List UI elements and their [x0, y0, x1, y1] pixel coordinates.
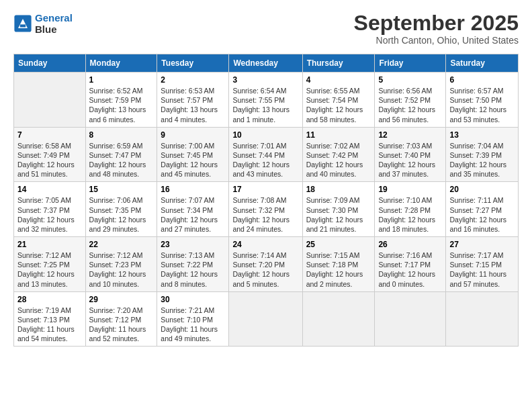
calendar-table: Sunday Monday Tuesday Wednesday Thursday… [13, 54, 519, 347]
day-number: 4 [306, 75, 371, 85]
logo-text: General Blue [35, 12, 73, 35]
calendar-cell: 11Sunrise: 7:02 AMSunset: 7:42 PMDayligh… [302, 127, 375, 182]
calendar-cell: 29Sunrise: 7:20 AMSunset: 7:12 PMDayligh… [85, 291, 157, 347]
logo-icon [13, 14, 32, 33]
day-info: Sunrise: 6:57 AMSunset: 7:50 PMDaylight:… [449, 86, 515, 124]
calendar-week-4: 28Sunrise: 7:19 AMSunset: 7:13 PMDayligh… [14, 291, 519, 347]
day-number: 5 [378, 75, 442, 85]
logo: General Blue [13, 12, 73, 35]
day-info: Sunrise: 7:05 AMSunset: 7:37 PMDaylight:… [17, 195, 82, 234]
calendar-body: 1Sunrise: 6:52 AMSunset: 7:59 PMDaylight… [14, 73, 519, 347]
header-sunday: Sunday [14, 54, 86, 73]
day-number: 18 [306, 185, 371, 194]
day-number: 24 [232, 240, 298, 249]
calendar-week-0: 1Sunrise: 6:52 AMSunset: 7:59 PMDaylight… [14, 73, 519, 128]
calendar-cell [375, 291, 446, 347]
day-info: Sunrise: 7:11 AMSunset: 7:27 PMDaylight:… [449, 195, 515, 234]
header: General Blue September 2025 North Canton… [13, 12, 519, 46]
day-number: 19 [378, 185, 442, 194]
calendar-cell: 5Sunrise: 6:56 AMSunset: 7:52 PMDaylight… [375, 73, 446, 128]
calendar-cell: 10Sunrise: 7:01 AMSunset: 7:44 PMDayligh… [229, 127, 302, 182]
calendar-cell: 1Sunrise: 6:52 AMSunset: 7:59 PMDaylight… [85, 73, 157, 128]
header-thursday: Thursday [302, 54, 375, 73]
calendar-cell: 26Sunrise: 7:16 AMSunset: 7:17 PMDayligh… [375, 237, 446, 292]
svg-rect-2 [20, 24, 26, 27]
calendar-cell [302, 291, 375, 347]
calendar-cell: 8Sunrise: 6:59 AMSunset: 7:47 PMDaylight… [85, 127, 157, 182]
day-info: Sunrise: 7:14 AMSunset: 7:20 PMDaylight:… [232, 250, 298, 289]
day-info: Sunrise: 7:08 AMSunset: 7:32 PMDaylight:… [232, 195, 298, 234]
day-number: 16 [161, 185, 225, 194]
day-number: 1 [89, 75, 154, 85]
day-info: Sunrise: 7:02 AMSunset: 7:42 PMDaylight:… [306, 141, 371, 179]
day-number: 30 [161, 295, 225, 304]
day-info: Sunrise: 7:17 AMSunset: 7:15 PMDaylight:… [449, 250, 515, 289]
calendar-cell: 24Sunrise: 7:14 AMSunset: 7:20 PMDayligh… [229, 237, 302, 292]
day-info: Sunrise: 7:13 AMSunset: 7:22 PMDaylight:… [161, 250, 225, 289]
header-saturday: Saturday [446, 54, 519, 73]
day-number: 8 [89, 130, 154, 140]
day-info: Sunrise: 7:16 AMSunset: 7:17 PMDaylight:… [378, 250, 442, 289]
calendar-cell: 17Sunrise: 7:08 AMSunset: 7:32 PMDayligh… [229, 182, 302, 237]
calendar-week-3: 21Sunrise: 7:12 AMSunset: 7:25 PMDayligh… [14, 237, 519, 292]
day-number: 29 [89, 295, 154, 304]
calendar-cell: 23Sunrise: 7:13 AMSunset: 7:22 PMDayligh… [157, 237, 229, 292]
calendar-cell: 18Sunrise: 7:09 AMSunset: 7:30 PMDayligh… [302, 182, 375, 237]
calendar-cell: 22Sunrise: 7:12 AMSunset: 7:23 PMDayligh… [85, 237, 157, 292]
header-friday: Friday [375, 54, 446, 73]
calendar-cell: 28Sunrise: 7:19 AMSunset: 7:13 PMDayligh… [14, 291, 86, 347]
calendar-week-1: 7Sunrise: 6:58 AMSunset: 7:49 PMDaylight… [14, 127, 519, 182]
day-info: Sunrise: 7:09 AMSunset: 7:30 PMDaylight:… [306, 195, 371, 234]
title-area: September 2025 North Canton, Ohio, Unite… [354, 12, 519, 46]
day-number: 22 [89, 240, 154, 249]
calendar-cell: 15Sunrise: 7:06 AMSunset: 7:35 PMDayligh… [85, 182, 157, 237]
day-number: 28 [17, 295, 82, 304]
day-number: 7 [17, 130, 82, 140]
day-number: 2 [161, 75, 225, 85]
day-number: 3 [232, 75, 298, 85]
calendar-cell: 25Sunrise: 7:15 AMSunset: 7:18 PMDayligh… [302, 237, 375, 292]
day-info: Sunrise: 7:19 AMSunset: 7:13 PMDaylight:… [17, 306, 82, 344]
day-number: 15 [89, 185, 154, 194]
day-number: 9 [161, 130, 225, 140]
day-info: Sunrise: 6:53 AMSunset: 7:57 PMDaylight:… [161, 86, 225, 124]
calendar-cell: 30Sunrise: 7:21 AMSunset: 7:10 PMDayligh… [157, 291, 229, 347]
calendar-cell: 19Sunrise: 7:10 AMSunset: 7:28 PMDayligh… [375, 182, 446, 237]
day-number: 10 [232, 130, 298, 140]
calendar-cell: 9Sunrise: 7:00 AMSunset: 7:45 PMDaylight… [157, 127, 229, 182]
day-info: Sunrise: 6:54 AMSunset: 7:55 PMDaylight:… [232, 86, 298, 124]
day-info: Sunrise: 6:59 AMSunset: 7:47 PMDaylight:… [89, 141, 154, 179]
day-info: Sunrise: 7:04 AMSunset: 7:39 PMDaylight:… [449, 141, 515, 179]
calendar-cell: 14Sunrise: 7:05 AMSunset: 7:37 PMDayligh… [14, 182, 86, 237]
calendar-cell [14, 73, 86, 128]
month-title: September 2025 [354, 12, 519, 34]
day-number: 11 [306, 130, 371, 140]
day-number: 17 [232, 185, 298, 194]
calendar-cell: 27Sunrise: 7:17 AMSunset: 7:15 PMDayligh… [446, 237, 519, 292]
calendar-cell: 6Sunrise: 6:57 AMSunset: 7:50 PMDaylight… [446, 73, 519, 128]
calendar-cell: 13Sunrise: 7:04 AMSunset: 7:39 PMDayligh… [446, 127, 519, 182]
calendar-week-2: 14Sunrise: 7:05 AMSunset: 7:37 PMDayligh… [14, 182, 519, 237]
logo-general: General [35, 12, 73, 24]
calendar-cell: 12Sunrise: 7:03 AMSunset: 7:40 PMDayligh… [375, 127, 446, 182]
day-number: 26 [378, 240, 442, 249]
day-number: 14 [17, 185, 82, 194]
calendar-cell: 21Sunrise: 7:12 AMSunset: 7:25 PMDayligh… [14, 237, 86, 292]
day-info: Sunrise: 7:15 AMSunset: 7:18 PMDaylight:… [306, 250, 371, 289]
calendar-cell: 4Sunrise: 6:55 AMSunset: 7:54 PMDaylight… [302, 73, 375, 128]
calendar-cell: 7Sunrise: 6:58 AMSunset: 7:49 PMDaylight… [14, 127, 86, 182]
logo-blue: Blue [35, 24, 57, 35]
calendar-cell [446, 291, 519, 347]
day-info: Sunrise: 6:56 AMSunset: 7:52 PMDaylight:… [378, 86, 442, 124]
day-number: 20 [449, 185, 515, 194]
day-number: 23 [161, 240, 225, 249]
day-number: 6 [449, 75, 515, 85]
day-info: Sunrise: 7:10 AMSunset: 7:28 PMDaylight:… [378, 195, 442, 234]
location: North Canton, Ohio, United States [354, 35, 519, 46]
day-info: Sunrise: 7:12 AMSunset: 7:25 PMDaylight:… [17, 250, 82, 289]
calendar-cell: 20Sunrise: 7:11 AMSunset: 7:27 PMDayligh… [446, 182, 519, 237]
day-info: Sunrise: 7:20 AMSunset: 7:12 PMDaylight:… [89, 306, 154, 344]
day-info: Sunrise: 7:06 AMSunset: 7:35 PMDaylight:… [89, 195, 154, 234]
calendar-cell [229, 291, 302, 347]
header-wednesday: Wednesday [229, 54, 302, 73]
